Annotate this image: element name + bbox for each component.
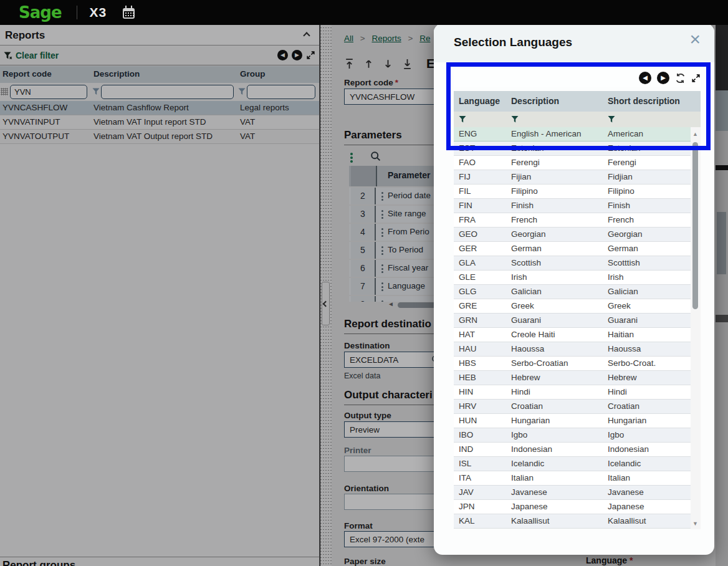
language-short-cell: Italian (608, 473, 630, 482)
language-short-cell: Javanese (608, 487, 644, 497)
language-description-cell: Scottish (511, 258, 541, 267)
language-row[interactable]: FAO Ferengi Ferengi (454, 156, 691, 170)
language-row[interactable]: GRE Greek Greek (454, 299, 691, 314)
language-row[interactable]: ENG English - American American (454, 127, 691, 142)
language-code-cell: ISL (459, 459, 471, 468)
language-code-cell: FIN (459, 201, 472, 210)
language-row[interactable]: IND Indonesian Indonesian (454, 443, 691, 457)
language-short-cell: Haitian (608, 330, 634, 339)
language-description-cell: Guarani (511, 315, 541, 325)
language-row[interactable]: HAT Creole Haiti Haitian (454, 328, 691, 342)
language-row[interactable]: FRA French French (454, 213, 691, 228)
language-row[interactable]: KAL Kalaallisut Kalaallisut (454, 514, 691, 529)
topbar-divider (77, 6, 77, 19)
language-row[interactable]: JAV Javanese Javanese (454, 486, 691, 500)
language-description-cell: Hebrew (511, 373, 540, 382)
language-description-cell: Igbo (511, 430, 527, 439)
language-short-cell: Fidjian (608, 172, 633, 181)
language-row[interactable]: FIL Filipino Filipino (454, 185, 691, 199)
language-code-cell: IND (459, 444, 473, 454)
language-row[interactable]: FIJ Fijian Fidjian (454, 170, 691, 185)
language-code-cell: GLA (459, 258, 476, 267)
scrollbar-thumb[interactable] (692, 142, 698, 309)
dialog-title: Selection Languages (454, 36, 572, 49)
language-code-cell: JPN (459, 502, 475, 511)
language-code-cell: HEB (459, 373, 476, 382)
language-code-cell: HUN (459, 416, 477, 425)
language-code-cell: HRV (459, 401, 476, 411)
language-description-cell: Croatian (511, 401, 543, 411)
language-code-cell: GER (459, 244, 477, 253)
language-description-cell: Javanese (511, 487, 547, 497)
language-description-cell: Kalaallisut (511, 516, 550, 525)
language-row[interactable]: ISL Icelandic Icelandic (454, 457, 691, 471)
language-code-cell: ENG (459, 129, 477, 138)
language-short-cell: Serbo-Croat. (608, 358, 656, 368)
language-short-cell: Greek (608, 301, 631, 310)
sage-logo[interactable]: Sage (19, 3, 62, 22)
language-description-cell: Finish (511, 201, 534, 210)
language-short-cell: Guarani (608, 315, 638, 325)
close-icon[interactable]: × (689, 30, 701, 49)
funnel-icon[interactable] (608, 115, 615, 123)
language-row[interactable]: GLG Galician Galician (454, 285, 691, 299)
language-short-cell: French (608, 215, 634, 224)
language-row[interactable]: GRN Guarani Guarani (454, 314, 691, 328)
language-description-cell: Hungarian (511, 416, 550, 425)
language-row[interactable]: GEO Georgian Georgian (454, 228, 691, 242)
language-short-cell: Croatian (608, 401, 639, 411)
funnel-icon[interactable] (511, 115, 519, 123)
language-row[interactable]: HRV Croatian Croatian (454, 400, 691, 414)
language-code-cell: FAO (459, 158, 476, 167)
languages-table-body: ENG English - American American EST Esto… (454, 127, 691, 529)
scroll-up-icon[interactable]: ▲ (692, 131, 698, 137)
refresh-icon[interactable] (675, 73, 686, 84)
language-row[interactable]: JPN Japanese Japanese (454, 500, 691, 514)
language-description-cell: Estonian (511, 143, 544, 153)
language-code-cell: HBS (459, 358, 476, 368)
language-row[interactable]: FIN Finish Finish (454, 199, 691, 213)
language-row[interactable]: HEB Hebrew Hebrew (454, 371, 691, 385)
language-row[interactable]: GLA Scottish Scotttish (454, 256, 691, 271)
language-description-cell: Japanese (511, 502, 548, 511)
calendar-icon[interactable] (123, 8, 135, 19)
language-description-cell: Serbo-Croatian (511, 358, 568, 368)
language-short-cell: Igbo (608, 430, 624, 439)
language-row[interactable]: GLE Irish Irish (454, 271, 691, 285)
language-description-cell: Greek (511, 301, 534, 310)
next-page-button[interactable]: ▶ (657, 72, 669, 84)
language-code-cell: FRA (459, 215, 476, 224)
language-short-cell: Ferengi (608, 158, 636, 167)
expand-table-icon[interactable] (691, 74, 701, 83)
language-short-cell: Hindi (608, 387, 627, 396)
language-row[interactable]: IBO Igbo Igbo (454, 428, 691, 443)
languages-scrollbar[interactable]: ▲ ▼ (691, 127, 701, 529)
language-description-cell: Fijian (511, 172, 531, 181)
col-short-description[interactable]: Short description (608, 96, 680, 106)
language-code-cell: KAL (459, 516, 475, 525)
scroll-down-icon[interactable]: ▼ (692, 520, 698, 527)
language-short-cell: Indonesian (608, 444, 649, 454)
language-code-cell: GRE (459, 301, 477, 310)
language-row[interactable]: GER German German (454, 242, 691, 256)
language-row[interactable]: HAU Haoussa Haoussa (454, 342, 691, 357)
col-language[interactable]: Language (459, 96, 500, 106)
language-code-cell: FIJ (459, 172, 471, 181)
language-code-cell: IBO (459, 430, 473, 439)
language-code-cell: FIL (459, 186, 471, 196)
prev-page-button[interactable]: ◀ (639, 72, 651, 84)
language-description-cell: Indonesian (511, 444, 552, 454)
col-description[interactable]: Description (511, 96, 559, 106)
language-short-cell: Icelandic (608, 459, 641, 468)
language-row[interactable]: EST Estonian Estonian (454, 142, 691, 156)
language-row[interactable]: HUN Hungarian Hungarian (454, 414, 691, 428)
language-row[interactable]: HIN Hindi Hindi (454, 385, 691, 400)
language-row[interactable]: HBS Serbo-Croatian Serbo-Croat. (454, 357, 691, 371)
language-short-cell: Estonian (608, 143, 641, 153)
language-short-cell: Scotttish (608, 258, 640, 267)
language-description-cell: French (511, 215, 537, 224)
funnel-icon[interactable] (459, 115, 466, 123)
language-description-cell: Italian (511, 473, 534, 482)
language-row[interactable]: ITA Italian Italian (454, 471, 691, 486)
language-code-cell: HAU (459, 344, 477, 353)
